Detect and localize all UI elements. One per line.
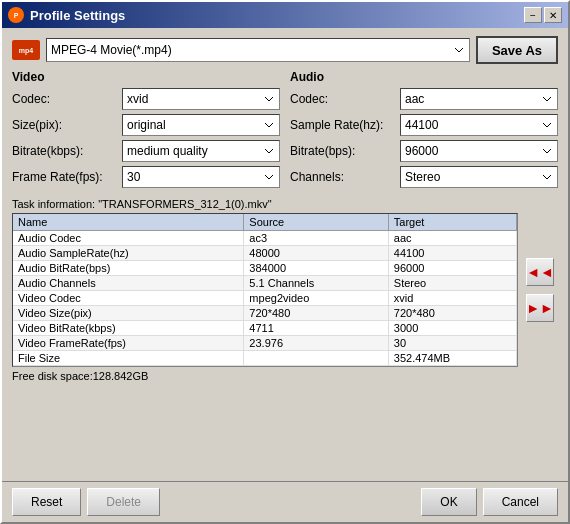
table-row: Video BitRate(kbps)47113000 bbox=[13, 321, 517, 336]
audio-channels-row: Channels: Stereo bbox=[290, 166, 558, 188]
audio-panel: Audio Codec: aac Sample Rate(hz): 44100 … bbox=[290, 70, 558, 192]
table-row: File Size352.474MB bbox=[13, 351, 517, 366]
cell-source: 23.976 bbox=[244, 336, 388, 351]
video-framerate-row: Frame Rate(fps): 30 bbox=[12, 166, 280, 188]
video-framerate-select[interactable]: 30 bbox=[122, 166, 280, 188]
data-table-container: Name Source Target Audio Codecac3aacAudi… bbox=[12, 213, 518, 367]
cell-name: Video Size(pix) bbox=[13, 306, 244, 321]
app-icon: P bbox=[8, 7, 24, 23]
task-info-label: Task information: "TRANSFORMERS_312_1(0)… bbox=[12, 198, 558, 210]
svg-text:P: P bbox=[14, 12, 19, 19]
window-title: Profile Settings bbox=[30, 8, 125, 23]
table-header: Name Source Target bbox=[13, 214, 517, 231]
table-row: Audio Codecac3aac bbox=[13, 231, 517, 246]
video-codec-label: Codec: bbox=[12, 92, 122, 106]
cancel-button[interactable]: Cancel bbox=[483, 488, 558, 516]
audio-codec-label: Codec: bbox=[290, 92, 400, 106]
audio-bitrate-row: Bitrate(bps): 96000 bbox=[290, 140, 558, 162]
cell-name: Audio Codec bbox=[13, 231, 244, 246]
free-space-label: Free disk space:128.842GB bbox=[12, 370, 558, 382]
cell-source: mpeg2video bbox=[244, 291, 388, 306]
cell-name: Audio Channels bbox=[13, 276, 244, 291]
col-target: Target bbox=[388, 214, 516, 231]
col-name: Name bbox=[13, 214, 244, 231]
audio-channels-label: Channels: bbox=[290, 170, 400, 184]
cell-target: Stereo bbox=[388, 276, 516, 291]
col-source: Source bbox=[244, 214, 388, 231]
info-section: Task information: "TRANSFORMERS_312_1(0)… bbox=[12, 198, 558, 473]
header-row: Name Source Target bbox=[13, 214, 517, 231]
audio-codec-select[interactable]: aac bbox=[400, 88, 558, 110]
format-bar: mp4 MPEG-4 Movie(*.mp4) Save As bbox=[12, 36, 558, 64]
table-row: Audio BitRate(bps)38400096000 bbox=[13, 261, 517, 276]
bottom-left-buttons: Reset Delete bbox=[12, 488, 160, 516]
cell-target: 30 bbox=[388, 336, 516, 351]
cell-source: 48000 bbox=[244, 246, 388, 261]
main-content: mp4 MPEG-4 Movie(*.mp4) Save As Video Co… bbox=[2, 28, 568, 481]
nav-buttons: ◄◄ ►► bbox=[522, 213, 558, 367]
table-row: Video Codecmpeg2videoxvid bbox=[13, 291, 517, 306]
av-panels: Video Codec: xvid Size(pix): original Bi… bbox=[12, 70, 558, 192]
table-body: Audio Codecac3aacAudio SampleRate(hz)480… bbox=[13, 231, 517, 366]
cell-name: Video FrameRate(fps) bbox=[13, 336, 244, 351]
cell-target: 352.474MB bbox=[388, 351, 516, 366]
cell-source: ac3 bbox=[244, 231, 388, 246]
cell-target: aac bbox=[388, 231, 516, 246]
cell-target: xvid bbox=[388, 291, 516, 306]
cell-name: Video Codec bbox=[13, 291, 244, 306]
title-bar: P Profile Settings − ✕ bbox=[2, 2, 568, 28]
cell-target: 96000 bbox=[388, 261, 516, 276]
cell-target: 720*480 bbox=[388, 306, 516, 321]
table-row: Video FrameRate(fps)23.97630 bbox=[13, 336, 517, 351]
audio-channels-select[interactable]: Stereo bbox=[400, 166, 558, 188]
video-bitrate-row: Bitrate(kbps): medium quality bbox=[12, 140, 280, 162]
bottom-right-buttons: OK Cancel bbox=[421, 488, 558, 516]
next-button[interactable]: ►► bbox=[526, 294, 554, 322]
cell-name: Audio BitRate(bps) bbox=[13, 261, 244, 276]
audio-codec-row: Codec: aac bbox=[290, 88, 558, 110]
audio-bitrate-label: Bitrate(bps): bbox=[290, 144, 400, 158]
video-panel: Video Codec: xvid Size(pix): original Bi… bbox=[12, 70, 280, 192]
cell-name: Audio SampleRate(hz) bbox=[13, 246, 244, 261]
cell-source bbox=[244, 351, 388, 366]
window-controls: − ✕ bbox=[524, 7, 562, 23]
profile-settings-window: P Profile Settings − ✕ mp4 MPEG-4 Movie(… bbox=[0, 0, 570, 524]
video-panel-title: Video bbox=[12, 70, 280, 84]
video-codec-row: Codec: xvid bbox=[12, 88, 280, 110]
cell-source: 5.1 Channels bbox=[244, 276, 388, 291]
video-framerate-label: Frame Rate(fps): bbox=[12, 170, 122, 184]
reset-button[interactable]: Reset bbox=[12, 488, 81, 516]
audio-samplerate-row: Sample Rate(hz): 44100 bbox=[290, 114, 558, 136]
table-row: Audio Channels5.1 ChannelsStereo bbox=[13, 276, 517, 291]
prev-button[interactable]: ◄◄ bbox=[526, 258, 554, 286]
video-bitrate-select[interactable]: medium quality bbox=[122, 140, 280, 162]
table-wrap: Name Source Target Audio Codecac3aacAudi… bbox=[12, 213, 558, 367]
audio-samplerate-select[interactable]: 44100 bbox=[400, 114, 558, 136]
close-button[interactable]: ✕ bbox=[544, 7, 562, 23]
format-select[interactable]: MPEG-4 Movie(*.mp4) bbox=[46, 38, 470, 62]
cell-source: 4711 bbox=[244, 321, 388, 336]
cell-name: Video BitRate(kbps) bbox=[13, 321, 244, 336]
video-size-row: Size(pix): original bbox=[12, 114, 280, 136]
cell-name: File Size bbox=[13, 351, 244, 366]
cell-source: 384000 bbox=[244, 261, 388, 276]
minimize-button[interactable]: − bbox=[524, 7, 542, 23]
bottom-bar: Reset Delete OK Cancel bbox=[2, 481, 568, 522]
video-codec-select[interactable]: xvid bbox=[122, 88, 280, 110]
audio-panel-title: Audio bbox=[290, 70, 558, 84]
cell-target: 3000 bbox=[388, 321, 516, 336]
video-size-select[interactable]: original bbox=[122, 114, 280, 136]
delete-button[interactable]: Delete bbox=[87, 488, 160, 516]
mp4-icon: mp4 bbox=[12, 40, 40, 60]
cell-source: 720*480 bbox=[244, 306, 388, 321]
video-bitrate-label: Bitrate(kbps): bbox=[12, 144, 122, 158]
title-bar-left: P Profile Settings bbox=[8, 7, 125, 23]
audio-bitrate-select[interactable]: 96000 bbox=[400, 140, 558, 162]
video-size-label: Size(pix): bbox=[12, 118, 122, 132]
audio-samplerate-label: Sample Rate(hz): bbox=[290, 118, 400, 132]
table-row: Video Size(pix)720*480720*480 bbox=[13, 306, 517, 321]
cell-target: 44100 bbox=[388, 246, 516, 261]
data-table: Name Source Target Audio Codecac3aacAudi… bbox=[13, 214, 517, 366]
save-as-button[interactable]: Save As bbox=[476, 36, 558, 64]
ok-button[interactable]: OK bbox=[421, 488, 476, 516]
